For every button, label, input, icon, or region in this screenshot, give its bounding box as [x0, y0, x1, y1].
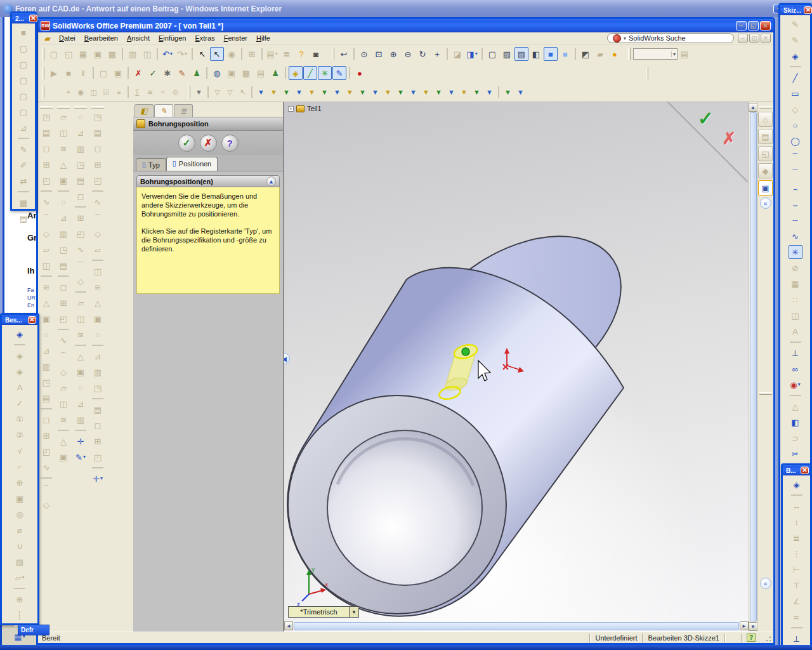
toolbar-grab-handle[interactable] — [74, 106, 87, 109]
sketch-3d-icon[interactable]: ✎ — [332, 66, 346, 80]
display-relations-icon[interactable]: ∞ — [789, 362, 802, 376]
taskbar-fragment[interactable]: Defr — [18, 625, 49, 635]
sheet-jog-icon[interactable]: ◫ — [56, 397, 70, 411]
draft-icon[interactable]: ○ — [39, 328, 53, 342]
cosmetic-thread-icon[interactable]: ∪ — [13, 539, 27, 553]
spline-icon[interactable]: ∿ — [789, 229, 802, 243]
filter-sketch-points-icon[interactable]: ▼ — [344, 86, 356, 98]
smart-dimension-icon[interactable]: ◈ — [789, 49, 802, 63]
centerline-annotation-icon[interactable]: ┆ — [13, 608, 27, 622]
task-pane-collapse-icon[interactable]: « — [760, 197, 771, 209]
shadows-icon[interactable]: ◩ — [579, 47, 593, 61]
rotate-view-icon[interactable]: ↻ — [416, 47, 429, 61]
filter-arrow-icon[interactable]: ↖ — [237, 86, 249, 98]
circular-pattern-icon[interactable]: ▤ — [39, 391, 53, 405]
make-drawing-from-part-icon[interactable]: ▣ — [91, 47, 105, 61]
deviation-analysis-icon[interactable]: ≈ — [157, 86, 169, 98]
sweep-cut-icon[interactable]: ▱ — [39, 242, 53, 256]
edit-appearance-icon[interactable]: ✎ — [175, 66, 189, 80]
block-icon[interactable]: ▱▾ — [13, 571, 27, 585]
add-relation-icon[interactable]: ⊥ — [790, 632, 804, 646]
hole-point[interactable] — [462, 348, 469, 355]
hidden-lines-removed-icon[interactable]: ▨ — [514, 47, 528, 61]
scale-icon[interactable]: ◻ — [56, 280, 70, 294]
filter-faces-icon[interactable]: ▼ — [280, 86, 292, 98]
stacked-balloon-icon[interactable]: ② — [13, 428, 27, 442]
center-mark-icon[interactable]: ⊕ — [13, 592, 27, 606]
menu-bearbeiten[interactable]: Bearbeiten — [80, 33, 122, 43]
view-cube-1-icon[interactable]: ▢ — [16, 41, 30, 55]
stop-icon[interactable]: ■ — [62, 66, 75, 80]
helix-icon[interactable]: ⌒ — [39, 482, 53, 496]
graphics-viewport[interactable]: y x z + Teil1 ✓ ✗ ◀ — [284, 102, 749, 632]
design-tree-icon[interactable]: ≣ — [280, 47, 294, 61]
menu-extras[interactable]: Extras — [190, 33, 219, 43]
shaded-icon[interactable]: ■ — [544, 47, 558, 61]
box-b-icon[interactable]: ▩ — [239, 66, 253, 80]
delete-body-icon[interactable]: △ — [56, 157, 70, 171]
centerpoint-arc-icon[interactable]: ⌒ — [789, 150, 802, 164]
toolbar-grab-handle[interactable] — [628, 48, 631, 60]
filter-edges-icon[interactable]: ▼ — [268, 86, 280, 98]
task-pane-collapse-icon[interactable]: « — [760, 578, 771, 589]
autodimension-icon[interactable]: ◈ — [13, 364, 27, 378]
propertymanager-tab[interactable]: ✎ — [154, 104, 173, 117]
close-icon[interactable]: ✕ — [761, 34, 771, 43]
previous-view-icon[interactable]: ↩ — [337, 47, 351, 61]
mirror-entities-icon[interactable]: ◫ — [789, 308, 802, 322]
combine-icon[interactable]: ▣ — [56, 173, 70, 187]
indent-icon[interactable]: ▤ — [56, 258, 70, 272]
loft-boss-icon[interactable]: ⊞ — [39, 157, 53, 171]
print-preview-icon[interactable]: ◫ — [140, 47, 154, 61]
dome-icon[interactable]: ⊿ — [56, 211, 70, 225]
scroll-left-icon[interactable]: ◄ — [284, 621, 293, 630]
floating-window-titlebar[interactable]: Bes... ✕ — [2, 315, 37, 325]
zoom-to-fit-icon[interactable]: ⊙ — [357, 47, 371, 61]
toolbar-grab-handle[interactable] — [42, 48, 44, 60]
tab-positionen[interactable]: ▯Positionen — [166, 157, 218, 171]
pause-icon[interactable]: ‖ — [76, 66, 90, 80]
flex-icon[interactable]: ▥ — [56, 227, 70, 241]
align-dimensions-icon[interactable]: ≍ — [790, 610, 804, 624]
filter-dimensions-icon[interactable]: ▼ — [407, 86, 419, 98]
view-orientation-icon[interactable]: ◨▾ — [465, 47, 479, 61]
tools-gear-icon[interactable]: ✱ — [160, 66, 174, 80]
toolbar-grab-handle[interactable] — [188, 86, 190, 98]
dimxpert-auto-icon[interactable]: ▥ — [91, 365, 105, 379]
filter-toggle-icon[interactable]: ▼ — [193, 86, 205, 98]
mold-parting-surface-icon[interactable]: ○ — [74, 381, 88, 395]
hidden-lines-visible-icon[interactable]: ▧ — [500, 47, 514, 61]
toolbar-grab-handle[interactable] — [57, 106, 70, 109]
project-curve-icon[interactable]: △ — [91, 296, 105, 310]
vertical-scrollbar[interactable]: ▲ ▼ — [749, 102, 757, 632]
split-line-icon[interactable]: ≋ — [91, 280, 105, 294]
linear-sketch-pattern-icon[interactable]: ▦ — [789, 277, 802, 291]
design-library-icon[interactable]: ▤ — [758, 129, 773, 144]
point-icon[interactable]: ✳ — [789, 245, 802, 259]
linear-pattern-icon[interactable]: ◳ — [39, 375, 53, 389]
restore-icon[interactable]: ◱ — [749, 34, 759, 43]
filter-invert-icon[interactable]: ▽ — [224, 86, 236, 98]
select-icon[interactable]: ↖ — [195, 47, 209, 61]
mounting-boss-icon[interactable]: ∿ — [91, 195, 105, 209]
centerline-icon[interactable]: ┄ — [789, 213, 802, 227]
mold-tooling-split-icon[interactable]: ⊿ — [74, 397, 88, 411]
weld-gusset-icon[interactable]: ◻ — [91, 142, 105, 156]
surface-ruled-icon[interactable]: ≋ — [74, 328, 88, 342]
weld-structural-icon[interactable]: ◳ — [91, 110, 105, 124]
loft-cut-icon[interactable]: ◫ — [39, 258, 53, 272]
area-hatch-icon[interactable]: ▨ — [13, 555, 27, 569]
materials-icon[interactable]: ◰ — [91, 450, 105, 464]
view-cube-5-icon[interactable]: ▢ — [16, 105, 30, 119]
help-icon[interactable]: ? — [294, 47, 308, 61]
sheet-hem-icon[interactable]: ▱ — [56, 381, 70, 395]
measure-icon[interactable]: ⌖ — [62, 86, 74, 98]
sweep-boss-icon[interactable]: ◻ — [39, 142, 53, 156]
smart-dimension-icon[interactable]: ◈ — [790, 477, 804, 491]
view-preset-combo[interactable]: ▾ — [633, 48, 678, 60]
sketch-3d-icon[interactable]: ✎ — [789, 33, 802, 47]
revolve-cut-icon[interactable]: ◇ — [39, 227, 53, 241]
zoom-in-out-icon[interactable]: ⊕ — [386, 47, 400, 61]
reference-plane-icon[interactable]: ◻ — [39, 413, 53, 427]
insert-part-icon[interactable]: ▱ — [56, 110, 70, 124]
